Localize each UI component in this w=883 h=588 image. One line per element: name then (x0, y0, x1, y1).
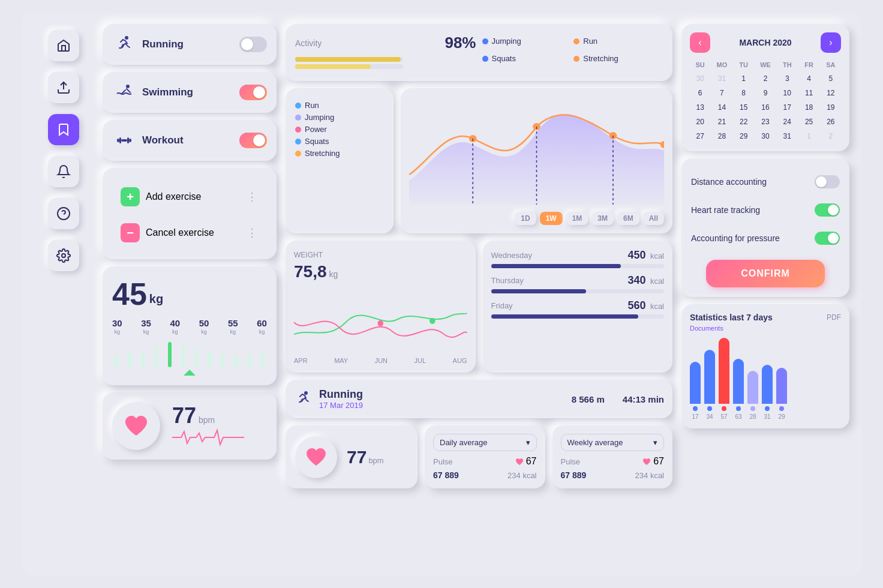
confirm-button[interactable]: CONFIRM (706, 260, 825, 287)
cancel-exercise-label: Cancel exercise (146, 227, 214, 238)
cal-day[interactable]: 22 (734, 115, 754, 128)
daily-avg-select[interactable]: Daily average ▾ (433, 434, 537, 451)
legend-stretching: Stretching (573, 54, 663, 63)
filter-6m[interactable]: 6M (617, 212, 639, 225)
bar-10 (235, 356, 238, 367)
stats-pdf-btn[interactable]: PDF (827, 313, 841, 322)
cal-day[interactable]: 21 (711, 115, 732, 128)
heart-icon-wrap (112, 402, 160, 450)
cal-day[interactable]: 15 (734, 101, 754, 114)
cal-day[interactable]: 28 (711, 130, 732, 143)
filter-1w[interactable]: 1W (540, 212, 563, 225)
left-column: Running Swimming (103, 24, 277, 564)
swimming-label: Swimming (142, 86, 239, 98)
bar-7 (194, 349, 198, 367)
heart-rate-tracking-toggle[interactable] (815, 203, 840, 217)
running-toggle[interactable] (239, 37, 267, 52)
filter-1m[interactable]: 1M (566, 212, 588, 225)
running-info-title: Running (319, 388, 363, 401)
cal-day[interactable]: 16 (755, 101, 776, 114)
swimming-card: Swimming (103, 72, 277, 113)
stats-dot-6 (765, 406, 770, 411)
add-exercise-menu[interactable]: ⋮ (247, 190, 259, 203)
cal-day[interactable]: 8 (734, 86, 754, 100)
running-info-icon (294, 389, 313, 409)
cal-day[interactable]: 27 (690, 130, 710, 143)
cal-day[interactable]: 31 (777, 130, 797, 143)
sidebar-icon-home[interactable] (48, 30, 79, 61)
cal-day[interactable]: 26 (821, 115, 841, 128)
legend-label-stretching: Stretching (583, 54, 618, 63)
cal-day[interactable]: 4 (798, 72, 819, 85)
cal-day[interactable]: 17 (777, 101, 797, 114)
heart-rate-card: 77 bpm (103, 392, 277, 460)
filter-3m[interactable]: 3M (591, 212, 614, 225)
bar-4 (155, 346, 158, 367)
pressure-accounting-toggle[interactable] (815, 232, 840, 245)
progress-bar-1 (295, 57, 403, 62)
distance-accounting-toggle[interactable] (815, 175, 840, 188)
cal-day[interactable]: 2 (821, 130, 841, 143)
sidebar (34, 24, 94, 564)
calorie-val-thu: 340 (627, 274, 645, 286)
cal-day[interactable]: 1 (798, 130, 819, 143)
legend-squats: Squats (482, 54, 572, 63)
cal-day[interactable]: 9 (755, 86, 776, 100)
activity-percent: 98% (444, 34, 476, 52)
cal-day[interactable]: 3 (777, 72, 797, 85)
add-exercise-icon[interactable]: + (121, 187, 140, 206)
heart-bpm-card: 77 bpm (286, 425, 418, 488)
cal-prev-btn[interactable]: ‹ (690, 32, 710, 53)
run-time: 44:13 min (623, 394, 664, 404)
weekly-avg-select[interactable]: Weekly average ▾ (561, 434, 665, 451)
cal-day[interactable]: 6 (690, 86, 710, 100)
cal-day[interactable]: 14 (711, 101, 732, 114)
swimming-toggle[interactable] (239, 85, 267, 100)
svg-rect-10 (121, 139, 127, 142)
daily-avg-card: Daily average ▾ Pulse 67 67 889 234 kcal (425, 425, 545, 488)
bpm-large: 77 (347, 447, 367, 467)
cal-day[interactable]: 19 (821, 101, 841, 114)
weight-gauge-card: 45 kg 30kg 35kg 40kg 50kg 55kg 60kg (103, 266, 277, 385)
chart-legend-card: Run Jumping Power Squats (286, 88, 394, 233)
cancel-exercise-menu[interactable]: ⋮ (247, 226, 259, 239)
cal-day[interactable]: 20 (690, 115, 710, 128)
legend-squats-2: Squats (295, 137, 384, 146)
cal-day[interactable]: 31 (711, 72, 732, 85)
cal-next-btn[interactable]: › (821, 32, 841, 53)
cal-day[interactable]: 24 (777, 115, 797, 128)
cal-day[interactable]: 30 (690, 72, 710, 85)
calorie-unit-fri: kcal (650, 302, 664, 311)
cal-day[interactable]: 23 (755, 115, 776, 128)
svg-point-19 (377, 320, 383, 326)
sidebar-icon-bookmark[interactable] (48, 114, 79, 145)
cal-day[interactable]: 30 (755, 130, 776, 143)
cal-day[interactable]: 2 (755, 72, 776, 85)
cal-day[interactable]: 29 (734, 130, 754, 143)
sidebar-icon-help[interactable] (48, 198, 79, 229)
sidebar-icon-bell[interactable] (48, 156, 79, 187)
daily-pulse: 67 (515, 456, 537, 467)
svg-point-3 (62, 254, 65, 257)
cal-day[interactable]: 12 (821, 86, 841, 100)
stats-documents-link[interactable]: Documents (690, 325, 841, 332)
filter-all[interactable]: All (643, 212, 664, 225)
calorie-day-fri: Friday (491, 301, 513, 310)
weekly-pulse-val: 67 (653, 456, 664, 467)
cal-day[interactable]: 11 (798, 86, 819, 100)
workout-toggle[interactable] (239, 133, 267, 148)
legend-label-run: Run (583, 37, 597, 46)
cal-day[interactable]: 13 (690, 101, 710, 114)
sidebar-icon-upload[interactable] (48, 72, 79, 103)
calorie-bar-thu (491, 289, 665, 293)
sidebar-icon-settings[interactable] (48, 240, 79, 271)
cal-day[interactable]: 25 (798, 115, 819, 128)
cal-day[interactable]: 1 (734, 72, 754, 85)
cal-day[interactable]: 10 (777, 86, 797, 100)
filter-1d[interactable]: 1D (515, 212, 536, 225)
cal-day[interactable]: 5 (821, 72, 841, 85)
cancel-exercise-icon[interactable]: − (121, 223, 140, 242)
statistics-card: Statistics last 7 days PDF Documents 17 … (681, 304, 849, 428)
cal-day[interactable]: 18 (798, 101, 819, 114)
cal-day[interactable]: 7 (711, 86, 732, 100)
